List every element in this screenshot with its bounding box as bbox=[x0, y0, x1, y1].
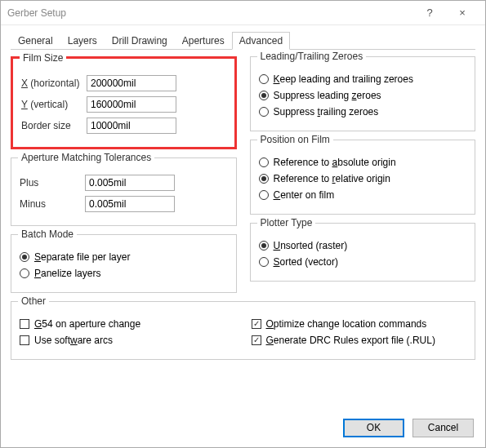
tab-layers[interactable]: Layers bbox=[60, 32, 105, 50]
x-label: X (horizontal) bbox=[21, 78, 87, 89]
other-title: Other bbox=[18, 295, 49, 307]
right-column: Leading/Trailing Zeroes Keep leading and… bbox=[250, 56, 476, 293]
panelize-label: Panelize layers bbox=[34, 268, 100, 279]
radio-sorted[interactable]: Sorted (vector) bbox=[259, 256, 467, 268]
tab-apertures[interactable]: Apertures bbox=[175, 32, 232, 50]
radio-icon bbox=[259, 174, 269, 184]
position-group: Position on Film Reference to absolute o… bbox=[250, 140, 476, 215]
aperture-tol-title: Aperture Matching Tolerances bbox=[18, 152, 154, 163]
tab-drill-drawing[interactable]: Drill Drawing bbox=[105, 32, 175, 50]
check-optimize[interactable]: Optimize change location commands bbox=[252, 318, 467, 330]
radio-suppress-leading[interactable]: Suppress leading zeroes bbox=[259, 90, 467, 101]
film-size-group: Film Size X (horizontal) Y (vertical) Bo… bbox=[11, 56, 237, 149]
radio-keep-zeroes[interactable]: Keep leading and trailing zeroes bbox=[259, 73, 467, 85]
supplead-label: Suppress leading zeroes bbox=[274, 90, 381, 101]
check-arcs[interactable]: Use software arcs bbox=[20, 335, 235, 346]
check-g54[interactable]: G54 on aperture change bbox=[20, 318, 235, 330]
batch-title: Batch Mode bbox=[18, 228, 77, 240]
checkbox-icon bbox=[20, 319, 29, 329]
radio-separate[interactable]: Separate file per layer bbox=[20, 251, 228, 263]
radio-icon bbox=[259, 157, 269, 167]
radio-relative[interactable]: Reference to relative origin bbox=[259, 173, 467, 184]
radio-icon bbox=[20, 268, 29, 278]
titlebar: Gerber Setup ? × bbox=[1, 1, 485, 25]
checkbox-icon bbox=[252, 319, 261, 329]
plotter-title: Plotter Type bbox=[257, 217, 316, 228]
zeroes-group: Leading/Trailing Zeroes Keep leading and… bbox=[250, 56, 476, 131]
radio-unsorted[interactable]: Unsorted (raster) bbox=[259, 240, 467, 251]
center-label: Center on film bbox=[274, 189, 335, 201]
aperture-tolerances-group: Aperture Matching Tolerances Plus Minus bbox=[11, 157, 237, 226]
minus-input[interactable] bbox=[85, 196, 175, 212]
ok-button[interactable]: OK bbox=[343, 419, 404, 437]
radio-icon bbox=[259, 91, 269, 100]
radio-icon bbox=[259, 107, 269, 117]
arcs-label: Use software arcs bbox=[34, 335, 113, 346]
relative-label: Reference to relative origin bbox=[274, 173, 390, 184]
tab-advanced[interactable]: Advanced bbox=[232, 32, 290, 50]
radio-icon bbox=[259, 190, 269, 200]
gerber-setup-dialog: Gerber Setup ? × General Layers Drill Dr… bbox=[0, 0, 486, 448]
film-size-title: Film Size bbox=[20, 52, 66, 64]
y-input[interactable] bbox=[87, 96, 176, 113]
supptrail-label: Suppress trailing zeroes bbox=[274, 106, 379, 118]
panel-columns: Film Size X (horizontal) Y (vertical) Bo… bbox=[11, 56, 475, 293]
x-input[interactable] bbox=[87, 75, 176, 91]
cancel-button[interactable]: Cancel bbox=[412, 419, 474, 437]
checkbox-icon bbox=[252, 335, 261, 345]
rul-label: Generate DRC Rules export file (.RUL) bbox=[266, 335, 435, 346]
g54-label: G54 on aperture change bbox=[34, 318, 140, 330]
optimize-label: Optimize change location commands bbox=[266, 318, 427, 330]
radio-icon bbox=[259, 257, 269, 267]
separate-label: Separate file per layer bbox=[34, 251, 130, 263]
tab-bar: General Layers Drill Drawing Apertures A… bbox=[11, 32, 475, 50]
checkbox-icon bbox=[20, 335, 29, 345]
zeroes-title: Leading/Trailing Zeroes bbox=[257, 51, 367, 62]
radio-icon bbox=[259, 241, 269, 251]
absolute-label: Reference to absolute origin bbox=[274, 157, 396, 168]
border-input[interactable] bbox=[87, 118, 176, 134]
window-title: Gerber Setup bbox=[7, 7, 413, 19]
dialog-buttons: OK Cancel bbox=[343, 419, 474, 437]
radio-panelize[interactable]: Panelize layers bbox=[20, 268, 228, 279]
radio-icon bbox=[259, 74, 269, 84]
radio-center[interactable]: Center on film bbox=[259, 189, 467, 201]
plus-label: Plus bbox=[20, 177, 85, 189]
close-icon[interactable]: × bbox=[446, 7, 479, 19]
left-column: Film Size X (horizontal) Y (vertical) Bo… bbox=[11, 56, 237, 293]
plotter-group: Plotter Type Unsorted (raster) Sorted (v… bbox=[250, 223, 476, 282]
radio-suppress-trailing[interactable]: Suppress trailing zeroes bbox=[259, 106, 467, 118]
y-label: Y (vertical) bbox=[21, 99, 87, 110]
unsorted-label: Unsorted (raster) bbox=[274, 240, 348, 251]
content-area: General Layers Drill Drawing Apertures A… bbox=[1, 25, 485, 360]
sorted-label: Sorted (vector) bbox=[274, 256, 338, 268]
keep-label: Keep leading and trailing zeroes bbox=[274, 73, 413, 85]
other-group: Other G54 on aperture change Use softwar… bbox=[11, 301, 475, 360]
tab-general[interactable]: General bbox=[11, 32, 60, 50]
help-icon[interactable]: ? bbox=[413, 7, 446, 19]
radio-icon bbox=[20, 252, 29, 262]
plus-input[interactable] bbox=[85, 175, 175, 191]
position-title: Position on Film bbox=[257, 134, 333, 145]
minus-label: Minus bbox=[20, 198, 85, 210]
radio-absolute[interactable]: Reference to absolute origin bbox=[259, 157, 467, 168]
check-rul[interactable]: Generate DRC Rules export file (.RUL) bbox=[252, 335, 467, 346]
batch-mode-group: Batch Mode Separate file per layer Panel… bbox=[11, 234, 237, 293]
border-label: Border size bbox=[21, 120, 87, 131]
